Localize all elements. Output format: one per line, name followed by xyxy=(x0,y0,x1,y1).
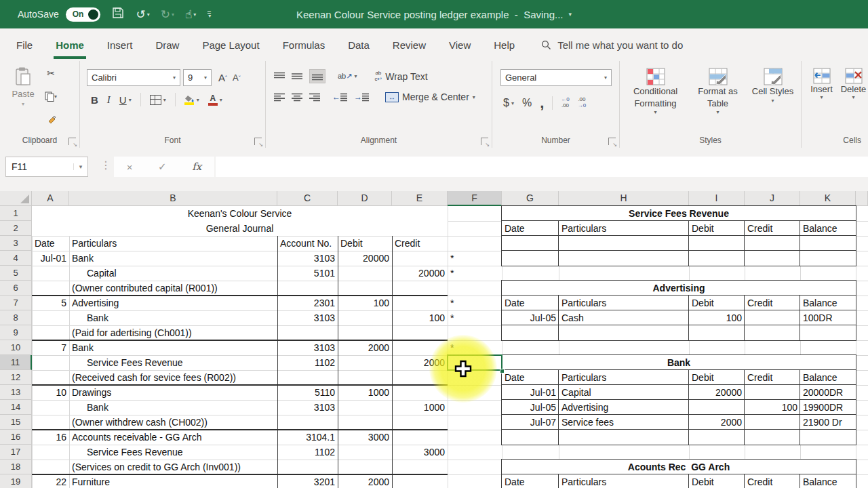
increase-decimal-button[interactable]: ←0.00 xyxy=(561,97,569,109)
shrink-font-button[interactable]: Aˇ xyxy=(233,73,241,83)
align-center-button[interactable] xyxy=(292,93,302,102)
cell-B19[interactable]: Furniture xyxy=(69,474,277,488)
cell-J9[interactable] xyxy=(745,325,800,340)
orientation-button[interactable]: ab↗ ▾ xyxy=(338,72,357,81)
cell-K4[interactable] xyxy=(800,251,856,266)
cell-B8[interactable]: Bank xyxy=(69,310,277,325)
cell-C10[interactable]: 3103 xyxy=(277,340,338,355)
cell-H3[interactable] xyxy=(559,236,689,251)
cell-A13[interactable]: 10 xyxy=(32,385,69,400)
cell-B4[interactable]: Bank xyxy=(69,251,277,266)
ledger-title-3[interactable]: Bank xyxy=(502,355,856,370)
cell-H2[interactable]: Particulars xyxy=(559,221,689,236)
undo-button[interactable]: ↺ ▾ xyxy=(136,9,149,20)
cell-H9[interactable] xyxy=(559,325,689,340)
fill-color-button[interactable]: ▾ xyxy=(184,95,199,105)
cell-J12[interactable]: Credit xyxy=(745,370,800,385)
cell-D16[interactable]: 3000 xyxy=(338,430,392,445)
cell-C19[interactable]: 3201 xyxy=(277,474,338,488)
cell-D4[interactable]: 20000 xyxy=(338,251,392,266)
cell-C11[interactable]: 1102 xyxy=(277,355,338,370)
cell-H15[interactable]: Service fees xyxy=(559,415,689,430)
cell-I19[interactable]: Debit xyxy=(689,474,745,488)
bold-button[interactable]: B xyxy=(91,94,98,106)
cell-B9[interactable]: (Paid for adertising (Ch001)) xyxy=(69,325,277,340)
font-size-select[interactable]: 9 ▾ xyxy=(183,69,212,86)
tab-data[interactable]: Data xyxy=(336,28,381,61)
clipboard-dialog-launcher[interactable] xyxy=(68,138,76,145)
col-header-F[interactable]: F xyxy=(448,191,502,206)
cell-E5[interactable]: 20000 xyxy=(392,266,448,281)
cell-G12[interactable]: Date xyxy=(502,370,559,385)
cell-B13[interactable]: Drawings xyxy=(69,385,277,400)
cut-button[interactable]: ✂ xyxy=(45,68,57,79)
row-header-13[interactable]: 13 xyxy=(0,385,32,400)
cell-K2[interactable]: Balance xyxy=(800,221,856,236)
cell-I9[interactable] xyxy=(689,325,745,340)
cell-C4[interactable]: 3103 xyxy=(277,251,338,266)
middle-align-button[interactable] xyxy=(292,72,302,81)
cell-D3[interactable]: Debit xyxy=(338,236,392,251)
cell-E8[interactable]: 100 xyxy=(392,310,448,325)
format-as-table-button[interactable]: Format as Table ▾ xyxy=(689,68,747,130)
cell-I7[interactable]: Debit xyxy=(689,296,745,310)
cell-B11[interactable]: Service Fees Revenue xyxy=(69,355,277,370)
row-header-14[interactable]: 14 xyxy=(0,400,32,415)
col-header-I[interactable]: I xyxy=(689,191,745,206)
cell-I12[interactable]: Debit xyxy=(689,370,745,385)
row-header-8[interactable]: 8 xyxy=(0,310,32,325)
tab-view[interactable]: View xyxy=(437,28,482,61)
col-header-H[interactable]: H xyxy=(559,191,689,206)
formula-input[interactable] xyxy=(216,157,868,177)
cell-I8[interactable]: 100 xyxy=(689,310,745,325)
cell-F5[interactable]: * xyxy=(448,266,502,281)
row-header-18[interactable]: 18 xyxy=(0,460,32,474)
cell-J7[interactable]: Credit xyxy=(745,296,800,310)
cell-K14[interactable]: 19900DR xyxy=(800,400,856,415)
cell-J16[interactable] xyxy=(745,430,800,445)
cell-H19[interactable]: Particulars xyxy=(559,474,689,488)
cell-C17[interactable]: 1102 xyxy=(277,445,338,460)
cell-B14[interactable]: Bank xyxy=(69,400,277,415)
tab-file[interactable]: File xyxy=(0,28,44,61)
cell-C16[interactable]: 3104.1 xyxy=(277,430,338,445)
cell-G3[interactable] xyxy=(502,236,559,251)
conditional-formatting-button[interactable]: Conditional Formatting ▾ xyxy=(627,68,685,130)
top-align-button[interactable] xyxy=(274,72,285,81)
cell-B10[interactable]: Bank xyxy=(69,340,277,355)
font-dialog-launcher[interactable] xyxy=(254,138,262,145)
cell-D7[interactable]: 100 xyxy=(338,296,392,310)
cell-B3[interactable]: Particulars xyxy=(69,236,277,251)
cell-K19[interactable]: Balance xyxy=(800,474,856,488)
cell-E3[interactable]: Credit xyxy=(392,236,448,251)
row-header-10[interactable]: 10 xyxy=(0,340,32,355)
cell-E14[interactable]: 1000 xyxy=(392,400,448,415)
cell-G13[interactable]: Jul-01 xyxy=(502,385,559,400)
cell-C8[interactable]: 3103 xyxy=(277,310,338,325)
cell-G4[interactable] xyxy=(502,251,559,266)
cell-F7[interactable]: * xyxy=(448,296,502,310)
cell-A10[interactable]: 7 xyxy=(32,340,69,355)
font-name-select[interactable]: Calibri ▾ xyxy=(87,69,180,86)
journal-title-row1[interactable]: Keenan's Colour Service xyxy=(32,206,448,221)
cell-H8[interactable]: Cash xyxy=(559,310,689,325)
row-header-5[interactable]: 5 xyxy=(0,266,32,281)
col-header-D[interactable]: D xyxy=(338,191,392,206)
borders-button[interactable]: ▾ xyxy=(150,95,166,105)
document-title-area[interactable]: Keenan Colour Service posting ledger exa… xyxy=(296,0,572,28)
cell-styles-button[interactable]: Cell Styles ▾ xyxy=(751,68,795,130)
cell-K12[interactable]: Balance xyxy=(800,370,856,385)
cell-K8[interactable]: 100DR xyxy=(800,310,856,325)
paste-button[interactable]: Paste ▾ xyxy=(8,66,38,130)
tab-review[interactable]: Review xyxy=(381,28,437,61)
cell-H16[interactable] xyxy=(559,430,689,445)
cell-I15[interactable]: 2000 xyxy=(689,415,745,430)
cell-G14[interactable]: Jul-05 xyxy=(502,400,559,415)
align-right-button[interactable] xyxy=(309,93,320,102)
currency-button[interactable]: $▾ xyxy=(503,97,514,109)
row-header-17[interactable]: 17 xyxy=(0,445,32,460)
alignment-dialog-launcher[interactable] xyxy=(481,138,488,145)
row-header-2[interactable]: 2 xyxy=(0,221,32,236)
cell-C7[interactable]: 2301 xyxy=(277,296,338,310)
copy-button[interactable]: ▾ xyxy=(45,92,57,102)
